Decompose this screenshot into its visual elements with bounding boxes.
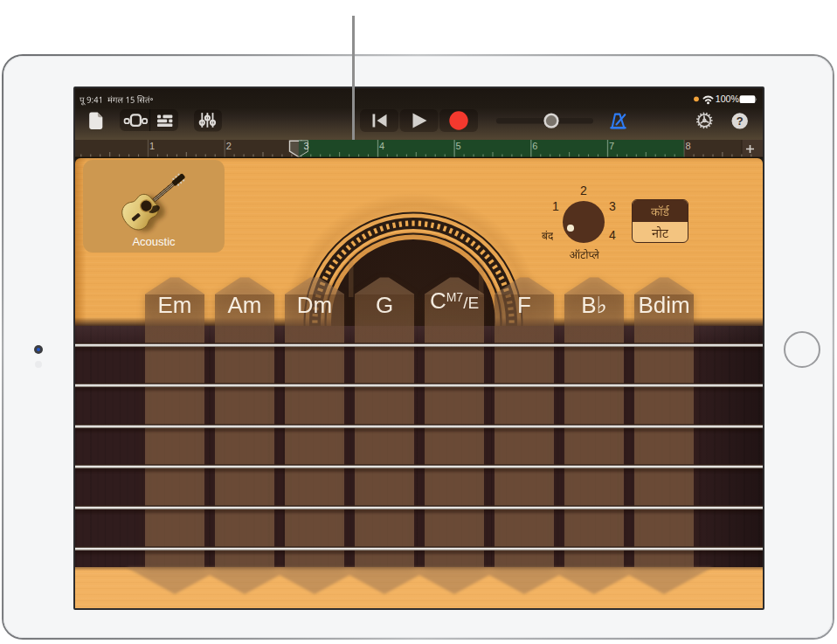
svg-text:3: 3: [304, 141, 309, 151]
svg-text:7: 7: [609, 141, 614, 151]
svg-text:5: 5: [456, 141, 461, 151]
svg-text:?: ?: [737, 114, 744, 128]
svg-text:6: 6: [532, 141, 537, 151]
svg-text:100%: 100%: [716, 93, 740, 104]
svg-text:8: 8: [686, 141, 691, 151]
svg-text:2: 2: [226, 141, 232, 151]
svg-text:1: 1: [149, 141, 155, 151]
svg-text:4: 4: [379, 141, 384, 151]
